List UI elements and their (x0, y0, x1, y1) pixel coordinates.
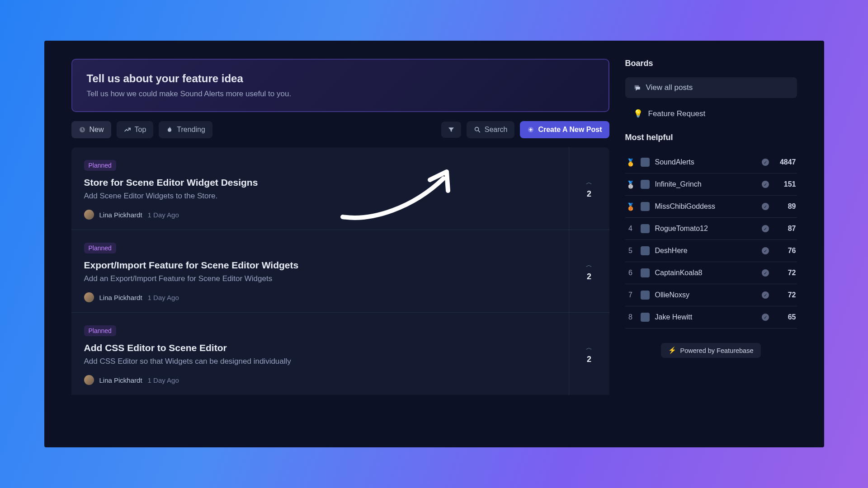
post-list: Planned Store for Scene Editor Widget De… (71, 147, 609, 395)
sort-top-label: Top (135, 126, 146, 134)
search-button[interactable]: Search (467, 121, 515, 138)
post-time: 1 Day Ago (148, 376, 179, 384)
verified-icon: ✓ (762, 247, 769, 254)
rank-number: 5 (626, 247, 635, 255)
flame-icon (166, 126, 173, 133)
score: 89 (774, 202, 796, 211)
post-title: Export/Import Feature for Scene Editor W… (84, 260, 556, 271)
post-item[interactable]: Planned Add CSS Editor to Scene Editor A… (71, 312, 609, 395)
post-time: 1 Day Ago (148, 294, 179, 301)
status-badge: Planned (84, 160, 116, 171)
bolt-icon: ⚡ (668, 347, 676, 354)
post-description: Add an Export/Import Feature for Scene E… (84, 274, 556, 283)
rank-number: 8 (626, 313, 635, 321)
rank-number: 6 (626, 269, 635, 277)
upvote-button[interactable]: ︿ 2 (569, 230, 609, 312)
avatar (641, 268, 650, 277)
hero-banner: Tell us about your feature idea Tell us … (71, 59, 609, 112)
status-badge: Planned (84, 243, 116, 253)
status-badge: Planned (84, 325, 116, 336)
avatar (84, 292, 94, 302)
helpful-row[interactable]: 🥈 Infinite_Grinch ✓ 151 (625, 174, 797, 196)
sort-top-button[interactable]: Top (117, 121, 154, 138)
helpful-row[interactable]: 8 Jake Hewitt ✓ 65 (625, 306, 797, 328)
most-helpful-heading: Most helpful (625, 133, 797, 142)
score: 4847 (774, 158, 796, 166)
board-feature-request[interactable]: 💡 Feature Request (625, 107, 797, 120)
sort-trending-label: Trending (177, 126, 205, 134)
post-author: Lina Pickhardt (99, 211, 142, 219)
post-time: 1 Day Ago (148, 211, 179, 219)
toolbar: New Top Trending Search (71, 121, 609, 138)
helpful-row[interactable]: 5 DeshHere ✓ 76 (625, 240, 797, 262)
username: DeshHere (655, 247, 756, 255)
avatar (84, 210, 94, 220)
hero-title: Tell us about your feature idea (87, 72, 594, 85)
trend-up-icon (124, 126, 131, 133)
rank-badge: 🥉 (626, 202, 635, 211)
verified-icon: ✓ (762, 269, 769, 277)
vote-count: 2 (587, 272, 591, 282)
helpful-row[interactable]: 6 CaptainKoala8 ✓ 72 (625, 262, 797, 284)
vote-count: 2 (587, 189, 591, 199)
rank-badge: 🥇 (626, 158, 635, 167)
verified-icon: ✓ (762, 203, 769, 210)
main-column: Tell us about your feature idea Tell us … (71, 59, 609, 447)
sort-trending-button[interactable]: Trending (159, 121, 212, 138)
avatar (641, 202, 650, 211)
verified-icon: ✓ (762, 225, 769, 232)
verified-icon: ✓ (762, 291, 769, 299)
username: RogueTomato12 (655, 225, 756, 233)
filter-button[interactable] (441, 122, 461, 138)
powered-by-link[interactable]: ⚡ Powered by Featurebase (661, 343, 760, 358)
sort-new-button[interactable]: New (71, 121, 111, 138)
helpful-row[interactable]: 🥇 SoundAlerts ✓ 4847 (625, 151, 797, 174)
verified-icon: ✓ (762, 159, 769, 166)
post-item[interactable]: Planned Export/Import Feature for Scene … (71, 230, 609, 312)
search-label: Search (485, 126, 508, 134)
username: MissChibiGoddess (655, 202, 756, 211)
create-post-label: Create A New Post (538, 126, 602, 134)
verified-icon: ✓ (762, 181, 769, 188)
chevron-up-icon: ︿ (586, 261, 592, 269)
messages-icon (633, 84, 641, 91)
create-post-button[interactable]: Create A New Post (520, 121, 609, 138)
post-title: Store for Scene Editor Widget Designs (84, 177, 556, 188)
avatar (641, 158, 650, 167)
helpful-row[interactable]: 4 RogueTomato12 ✓ 87 (625, 218, 797, 240)
avatar (84, 375, 94, 385)
avatar (641, 180, 650, 189)
view-all-posts-button[interactable]: View all posts (625, 77, 797, 98)
clock-icon (79, 126, 86, 133)
filter-icon (448, 126, 455, 133)
post-title: Add CSS Editor to Scene Editor (84, 343, 556, 353)
sort-new-label: New (90, 126, 104, 134)
post-author: Lina Pickhardt (99, 376, 142, 384)
boards-heading: Boards (625, 59, 797, 68)
powered-label: Powered by Featurebase (680, 347, 753, 354)
username: Infinite_Grinch (655, 180, 756, 188)
rank-badge: 🥈 (626, 180, 635, 189)
score: 72 (774, 269, 796, 277)
post-item[interactable]: Planned Store for Scene Editor Widget De… (71, 147, 609, 230)
score: 65 (774, 313, 796, 321)
helpful-row[interactable]: 🥉 MissChibiGoddess ✓ 89 (625, 196, 797, 218)
most-helpful-list: 🥇 SoundAlerts ✓ 4847 🥈 Infinite_Grinch ✓… (625, 151, 797, 328)
avatar (641, 246, 650, 255)
helpful-row[interactable]: 7 OllieNoxsy ✓ 72 (625, 284, 797, 306)
chevron-up-icon: ︿ (586, 344, 592, 352)
rank-number: 7 (626, 291, 635, 299)
verified-icon: ✓ (762, 314, 769, 321)
sidebar: Boards View all posts 💡 Feature Request … (625, 59, 797, 447)
chevron-up-icon: ︿ (586, 178, 592, 187)
post-description: Add Scene Editor Widgets to the Store. (84, 192, 556, 201)
upvote-button[interactable]: ︿ 2 (569, 313, 609, 395)
post-author: Lina Pickhardt (99, 294, 142, 301)
username: Jake Hewitt (655, 313, 756, 321)
plus-circle-icon (527, 126, 534, 133)
score: 76 (774, 247, 796, 255)
score: 72 (774, 291, 796, 299)
vote-count: 2 (587, 355, 591, 364)
upvote-button[interactable]: ︿ 2 (569, 147, 609, 230)
avatar (641, 313, 650, 322)
